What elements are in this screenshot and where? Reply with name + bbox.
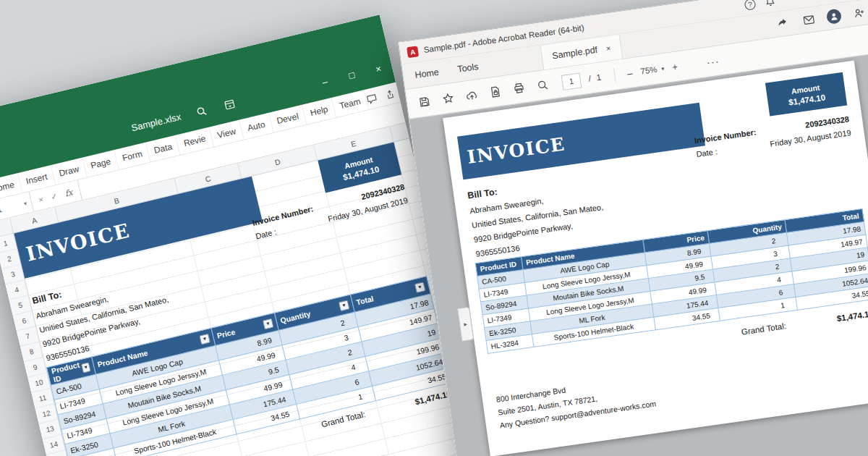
invoice-title-band: INVOICE <box>457 103 705 180</box>
document-canvas: ▸ INVOICE Amount $1,474.10 Invoice Numbe… <box>409 53 868 456</box>
col-header-quantity: Quantity <box>279 309 311 325</box>
avatar-icon[interactable] <box>826 8 843 25</box>
zoom-out-icon[interactable]: – <box>623 67 637 79</box>
name-box-dropdown-icon[interactable]: ▾ <box>23 200 27 207</box>
tab-close-icon[interactable]: × <box>605 43 611 53</box>
col-header-quantity: Quantity <box>752 223 783 235</box>
help-icon[interactable]: ? <box>744 0 756 10</box>
acrobat-window: A Sample.pdf - Adobe Acrobat Reader (64-… <box>398 0 868 456</box>
bell-icon[interactable] <box>760 0 780 11</box>
zoom-in-icon[interactable]: + <box>668 60 682 72</box>
ribbon-display-options-icon[interactable] <box>220 95 239 114</box>
col-header-price: Price <box>686 234 705 244</box>
invoice-date-label: Date : <box>695 145 718 161</box>
share-icon[interactable] <box>383 88 396 101</box>
more-tools-icon[interactable]: ··· <box>706 54 720 68</box>
col-header-price: Price <box>216 327 237 340</box>
protect-document-icon[interactable] <box>484 80 507 104</box>
filter-icon[interactable]: ▾ <box>81 362 90 373</box>
insert-function-icon[interactable]: fx <box>64 187 74 198</box>
save-icon[interactable] <box>413 90 436 114</box>
col-header-total: Total <box>355 294 374 306</box>
toolbar-divider <box>613 68 616 83</box>
menu-home[interactable]: Home <box>414 67 440 81</box>
amount-box: Amount $1,474.10 <box>765 72 847 117</box>
filter-icon[interactable]: ▾ <box>414 282 426 293</box>
search-icon[interactable] <box>192 101 211 121</box>
zoom-level[interactable]: 75% <box>640 65 658 76</box>
excel-window-title: Sample.xlsx <box>130 111 182 133</box>
name-box-value: 11 <box>0 205 3 215</box>
invoice-footer: 800 Interchange BvdSuite 2501, Austin, T… <box>495 371 657 432</box>
invoice-meta: Invoice Number: 2092340328 Date : Friday… <box>694 112 852 161</box>
pdf-page: INVOICE Amount $1,474.10 Invoice Number:… <box>443 60 868 456</box>
invoice-document: INVOICE Amount $1,474.10 Invoice Number:… <box>456 72 868 445</box>
menu-tools[interactable]: Tools <box>456 62 479 75</box>
add-person-icon[interactable] <box>849 3 868 22</box>
acrobat-logo-icon: A <box>407 46 419 58</box>
invoice-title: INVOICE <box>459 133 566 169</box>
page-separator: / <box>588 74 592 83</box>
grand-total-value: $1,474.10 <box>793 309 868 329</box>
find-icon[interactable] <box>531 74 554 97</box>
close-icon[interactable]: × <box>362 51 395 86</box>
document-tab-label: Sample.pdf <box>551 45 598 62</box>
zoom-dropdown-icon[interactable]: ▾ <box>661 65 665 72</box>
enter-icon[interactable]: ✓ <box>50 191 59 202</box>
row-header[interactable]: 14 <box>43 435 65 455</box>
zoom-control: – 75% ▾ + <box>623 60 682 79</box>
cloud-upload-icon[interactable] <box>460 84 483 107</box>
star-icon[interactable] <box>437 87 460 110</box>
email-icon[interactable] <box>799 10 819 30</box>
filter-icon[interactable]: ▾ <box>339 300 350 311</box>
cancel-icon[interactable]: × <box>38 195 44 204</box>
comment-icon[interactable] <box>365 92 378 105</box>
page-total: 1 <box>596 72 602 82</box>
filter-icon[interactable]: ▾ <box>199 333 210 345</box>
share-arrow-icon[interactable] <box>773 14 792 33</box>
filter-icon[interactable]: ▾ <box>263 318 274 329</box>
print-icon[interactable] <box>508 77 531 100</box>
page-number-input[interactable]: 1 <box>561 72 582 90</box>
col-header-total: Total <box>842 212 859 222</box>
